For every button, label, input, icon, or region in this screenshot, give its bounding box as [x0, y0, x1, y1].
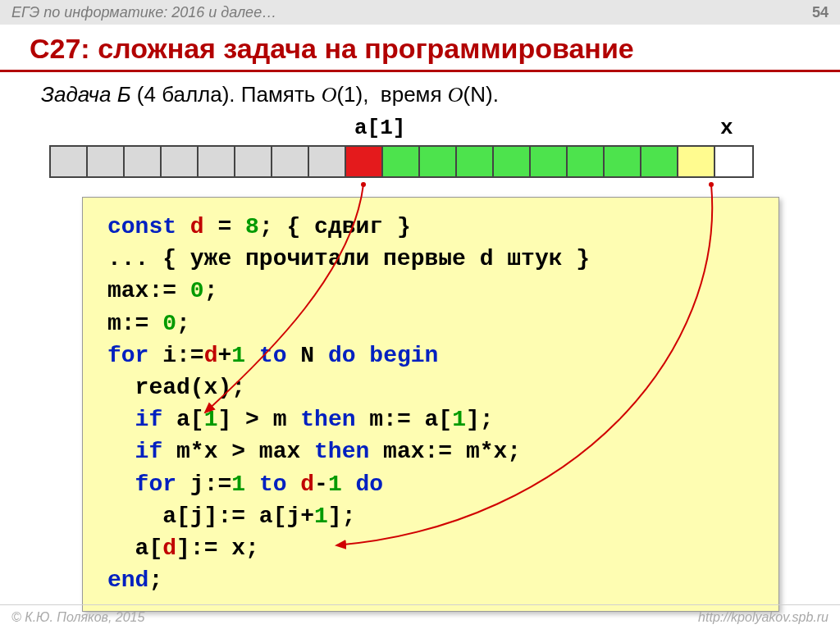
array-cell [309, 147, 346, 176]
code-box: const d = 8; { сдвиг } ... { уже прочита… [82, 197, 779, 612]
array-cell [272, 147, 309, 176]
code-line-6: read(x); [107, 371, 754, 403]
copyright: © К.Ю. Поляков, 2015 [11, 605, 144, 629]
code-line-1: const d = 8; { сдвиг } [107, 211, 754, 243]
mem-label: Память [241, 82, 316, 107]
code-line-9: for j:=1 to d-1 do [107, 468, 754, 500]
task-name: Задача Б [41, 82, 131, 107]
label-x: x [720, 116, 733, 140]
code-line-2: ... { уже прочитали первые d штук } [107, 243, 754, 275]
code-line-7: if a[1] > m then m:= a[1]; [107, 403, 754, 435]
array-cell [88, 147, 125, 176]
array-cell [346, 147, 383, 176]
top-bar: ЕГЭ по информатике: 2016 и далее… 54 [0, 0, 840, 25]
mem-arg: (1), [336, 82, 368, 107]
subtitle: Задача Б (4 балла). Память O(1), время O… [0, 79, 840, 116]
array-cell [494, 147, 531, 176]
score: (4 балла). [137, 82, 235, 107]
code-line-10: a[j]:= a[j+1]; [107, 500, 754, 532]
time-o: O [448, 83, 463, 107]
array-cell [641, 147, 678, 176]
slide: { "header": { "breadcrumb": "ЕГЭ по инфо… [0, 0, 840, 629]
array-cell [235, 147, 272, 176]
code-line-3: max:= 0; [107, 275, 754, 307]
code-line-11: a[d]:= x; [107, 532, 754, 564]
array-strip-area: a[1] x [0, 116, 840, 189]
time-label: время [381, 82, 442, 107]
array-cell [531, 147, 568, 176]
array-cell [457, 147, 494, 176]
array-cell [383, 147, 420, 176]
footer: © К.Ю. Поляков, 2015 http://kpolyakov.sp… [0, 604, 840, 629]
array-cell [420, 147, 457, 176]
code-line-4: m:= 0; [107, 308, 754, 340]
array-cell [162, 147, 199, 176]
breadcrumb: ЕГЭ по информатике: 2016 и далее… [11, 0, 276, 25]
mem-o: O [322, 83, 337, 107]
code-line-5: for i:=d+1 to N do begin [107, 340, 754, 371]
array-cell [715, 147, 752, 176]
array-cell [51, 147, 88, 176]
label-a1: a[1] [354, 116, 405, 140]
array-strip [49, 145, 754, 178]
code-line-8: if m*x > max then max:= m*x; [107, 435, 754, 467]
page-number: 54 [812, 0, 829, 25]
array-cell [199, 147, 235, 176]
page-title: C27: сложная задача на программирование [0, 25, 840, 72]
array-cell [678, 147, 715, 176]
array-cell [605, 147, 641, 176]
array-cell [125, 147, 162, 176]
array-cell [568, 147, 605, 176]
footer-url: http://kpolyakov.spb.ru [698, 605, 829, 629]
code-line-12: end; [107, 564, 754, 596]
time-arg: (N). [463, 82, 499, 107]
